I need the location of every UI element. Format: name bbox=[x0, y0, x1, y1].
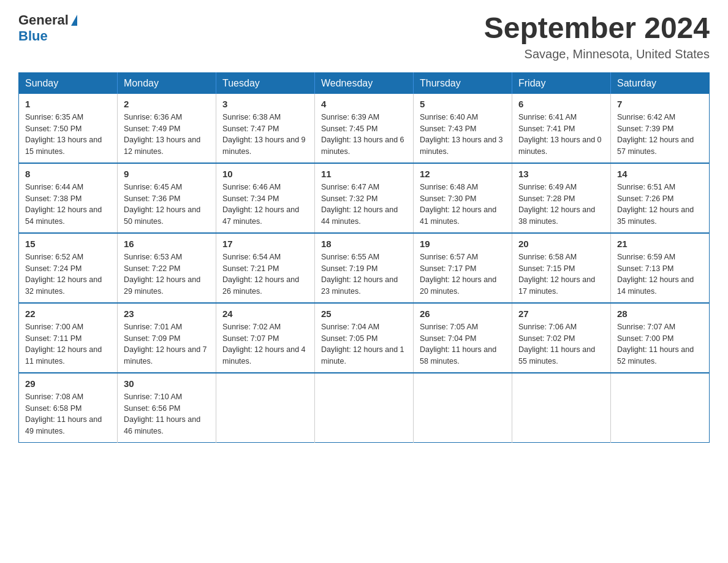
day-info: Sunrise: 6:55 AMSunset: 7:19 PMDaylight:… bbox=[321, 251, 407, 297]
day-number: 19 bbox=[420, 239, 506, 249]
table-row: 27 Sunrise: 7:06 AMSunset: 7:02 PMDaylig… bbox=[512, 303, 611, 373]
table-row: 14 Sunrise: 6:51 AMSunset: 7:26 PMDaylig… bbox=[611, 163, 710, 233]
month-title: September 2024 bbox=[484, 12, 710, 45]
day-number: 25 bbox=[321, 308, 407, 319]
day-number: 4 bbox=[321, 99, 407, 109]
day-number: 11 bbox=[321, 169, 407, 179]
day-info: Sunrise: 6:45 AMSunset: 7:36 PMDaylight:… bbox=[124, 182, 210, 228]
table-row: 18 Sunrise: 6:55 AMSunset: 7:19 PMDaylig… bbox=[315, 233, 414, 303]
header-tuesday: Tuesday bbox=[216, 72, 315, 94]
day-number: 21 bbox=[617, 239, 703, 249]
day-number: 24 bbox=[222, 308, 308, 319]
table-row: 8 Sunrise: 6:44 AMSunset: 7:38 PMDayligh… bbox=[19, 163, 118, 233]
title-section: September 2024 Savage, Minnesota, United… bbox=[484, 12, 710, 61]
day-info: Sunrise: 7:01 AMSunset: 7:09 PMDaylight:… bbox=[124, 321, 210, 367]
table-row: 2 Sunrise: 6:36 AMSunset: 7:49 PMDayligh… bbox=[118, 94, 216, 163]
day-info: Sunrise: 6:57 AMSunset: 7:17 PMDaylight:… bbox=[420, 251, 506, 297]
day-info: Sunrise: 6:36 AMSunset: 7:49 PMDaylight:… bbox=[124, 112, 210, 158]
table-row: 4 Sunrise: 6:39 AMSunset: 7:45 PMDayligh… bbox=[315, 94, 414, 163]
day-info: Sunrise: 6:42 AMSunset: 7:39 PMDaylight:… bbox=[617, 112, 703, 158]
day-number: 10 bbox=[222, 169, 308, 179]
day-info: Sunrise: 6:46 AMSunset: 7:34 PMDaylight:… bbox=[222, 182, 308, 228]
calendar-week-5: 29 Sunrise: 7:08 AMSunset: 6:58 PMDaylig… bbox=[19, 373, 710, 443]
day-number: 27 bbox=[518, 308, 604, 319]
table-row: 22 Sunrise: 7:00 AMSunset: 7:11 PMDaylig… bbox=[19, 303, 118, 373]
calendar-week-3: 15 Sunrise: 6:52 AMSunset: 7:24 PMDaylig… bbox=[19, 233, 710, 303]
day-info: Sunrise: 6:51 AMSunset: 7:26 PMDaylight:… bbox=[617, 182, 703, 228]
day-number: 2 bbox=[124, 99, 210, 109]
table-row: 21 Sunrise: 6:59 AMSunset: 7:13 PMDaylig… bbox=[611, 233, 710, 303]
day-number: 8 bbox=[25, 169, 111, 179]
day-info: Sunrise: 7:06 AMSunset: 7:02 PMDaylight:… bbox=[518, 321, 604, 367]
day-info: Sunrise: 6:58 AMSunset: 7:15 PMDaylight:… bbox=[518, 251, 604, 297]
header-wednesday: Wednesday bbox=[315, 72, 414, 94]
table-row: 17 Sunrise: 6:54 AMSunset: 7:21 PMDaylig… bbox=[216, 233, 315, 303]
day-number: 13 bbox=[518, 169, 604, 179]
day-info: Sunrise: 7:02 AMSunset: 7:07 PMDaylight:… bbox=[222, 321, 308, 367]
day-info: Sunrise: 6:47 AMSunset: 7:32 PMDaylight:… bbox=[321, 182, 407, 228]
table-row: 7 Sunrise: 6:42 AMSunset: 7:39 PMDayligh… bbox=[611, 94, 710, 163]
header-friday: Friday bbox=[512, 72, 611, 94]
day-info: Sunrise: 6:54 AMSunset: 7:21 PMDaylight:… bbox=[222, 251, 308, 297]
header-thursday: Thursday bbox=[414, 72, 512, 94]
day-info: Sunrise: 6:44 AMSunset: 7:38 PMDaylight:… bbox=[25, 182, 111, 228]
day-number: 9 bbox=[124, 169, 210, 179]
calendar-week-2: 8 Sunrise: 6:44 AMSunset: 7:38 PMDayligh… bbox=[19, 163, 710, 233]
table-row bbox=[414, 373, 512, 443]
day-info: Sunrise: 7:04 AMSunset: 7:05 PMDaylight:… bbox=[321, 321, 407, 367]
day-number: 30 bbox=[124, 378, 210, 389]
day-number: 23 bbox=[124, 308, 210, 319]
day-number: 16 bbox=[124, 239, 210, 249]
table-row bbox=[611, 373, 710, 443]
header-sunday: Sunday bbox=[19, 72, 118, 94]
day-number: 18 bbox=[321, 239, 407, 249]
table-row: 19 Sunrise: 6:57 AMSunset: 7:17 PMDaylig… bbox=[414, 233, 512, 303]
table-row: 29 Sunrise: 7:08 AMSunset: 6:58 PMDaylig… bbox=[19, 373, 118, 443]
day-number: 22 bbox=[25, 308, 111, 319]
table-row: 30 Sunrise: 7:10 AMSunset: 6:56 PMDaylig… bbox=[118, 373, 216, 443]
table-row: 6 Sunrise: 6:41 AMSunset: 7:41 PMDayligh… bbox=[512, 94, 611, 163]
logo-blue-text: Blue bbox=[18, 28, 48, 44]
day-number: 12 bbox=[420, 169, 506, 179]
table-row: 9 Sunrise: 6:45 AMSunset: 7:36 PMDayligh… bbox=[118, 163, 216, 233]
day-info: Sunrise: 7:07 AMSunset: 7:00 PMDaylight:… bbox=[617, 321, 703, 367]
logo-triangle-icon bbox=[71, 15, 77, 26]
calendar-header-row: Sunday Monday Tuesday Wednesday Thursday… bbox=[19, 72, 710, 94]
day-number: 14 bbox=[617, 169, 703, 179]
day-info: Sunrise: 7:00 AMSunset: 7:11 PMDaylight:… bbox=[25, 321, 111, 367]
day-number: 15 bbox=[25, 239, 111, 249]
table-row: 3 Sunrise: 6:38 AMSunset: 7:47 PMDayligh… bbox=[216, 94, 315, 163]
table-row: 15 Sunrise: 6:52 AMSunset: 7:24 PMDaylig… bbox=[19, 233, 118, 303]
day-info: Sunrise: 6:35 AMSunset: 7:50 PMDaylight:… bbox=[25, 112, 111, 158]
table-row bbox=[315, 373, 414, 443]
day-number: 6 bbox=[518, 99, 604, 109]
day-info: Sunrise: 6:53 AMSunset: 7:22 PMDaylight:… bbox=[124, 251, 210, 297]
logo-general-text: General bbox=[18, 12, 69, 28]
logo: General Blue bbox=[18, 12, 77, 44]
day-info: Sunrise: 7:05 AMSunset: 7:04 PMDaylight:… bbox=[420, 321, 506, 367]
table-row: 10 Sunrise: 6:46 AMSunset: 7:34 PMDaylig… bbox=[216, 163, 315, 233]
table-row: 26 Sunrise: 7:05 AMSunset: 7:04 PMDaylig… bbox=[414, 303, 512, 373]
page-header: General Blue September 2024 Savage, Minn… bbox=[18, 12, 710, 61]
table-row: 5 Sunrise: 6:40 AMSunset: 7:43 PMDayligh… bbox=[414, 94, 512, 163]
table-row bbox=[512, 373, 611, 443]
day-number: 7 bbox=[617, 99, 703, 109]
day-info: Sunrise: 6:38 AMSunset: 7:47 PMDaylight:… bbox=[222, 112, 308, 158]
calendar-week-1: 1 Sunrise: 6:35 AMSunset: 7:50 PMDayligh… bbox=[19, 94, 710, 163]
day-number: 1 bbox=[25, 99, 111, 109]
table-row: 1 Sunrise: 6:35 AMSunset: 7:50 PMDayligh… bbox=[19, 94, 118, 163]
day-number: 20 bbox=[518, 239, 604, 249]
table-row: 28 Sunrise: 7:07 AMSunset: 7:00 PMDaylig… bbox=[611, 303, 710, 373]
day-info: Sunrise: 7:10 AMSunset: 6:56 PMDaylight:… bbox=[124, 391, 210, 437]
table-row: 25 Sunrise: 7:04 AMSunset: 7:05 PMDaylig… bbox=[315, 303, 414, 373]
table-row: 16 Sunrise: 6:53 AMSunset: 7:22 PMDaylig… bbox=[118, 233, 216, 303]
table-row: 20 Sunrise: 6:58 AMSunset: 7:15 PMDaylig… bbox=[512, 233, 611, 303]
day-number: 3 bbox=[222, 99, 308, 109]
day-number: 29 bbox=[25, 378, 111, 389]
table-row: 12 Sunrise: 6:48 AMSunset: 7:30 PMDaylig… bbox=[414, 163, 512, 233]
day-info: Sunrise: 6:41 AMSunset: 7:41 PMDaylight:… bbox=[518, 112, 604, 158]
day-number: 26 bbox=[420, 308, 506, 319]
day-number: 5 bbox=[420, 99, 506, 109]
table-row: 11 Sunrise: 6:47 AMSunset: 7:32 PMDaylig… bbox=[315, 163, 414, 233]
calendar-table: Sunday Monday Tuesday Wednesday Thursday… bbox=[18, 72, 710, 443]
